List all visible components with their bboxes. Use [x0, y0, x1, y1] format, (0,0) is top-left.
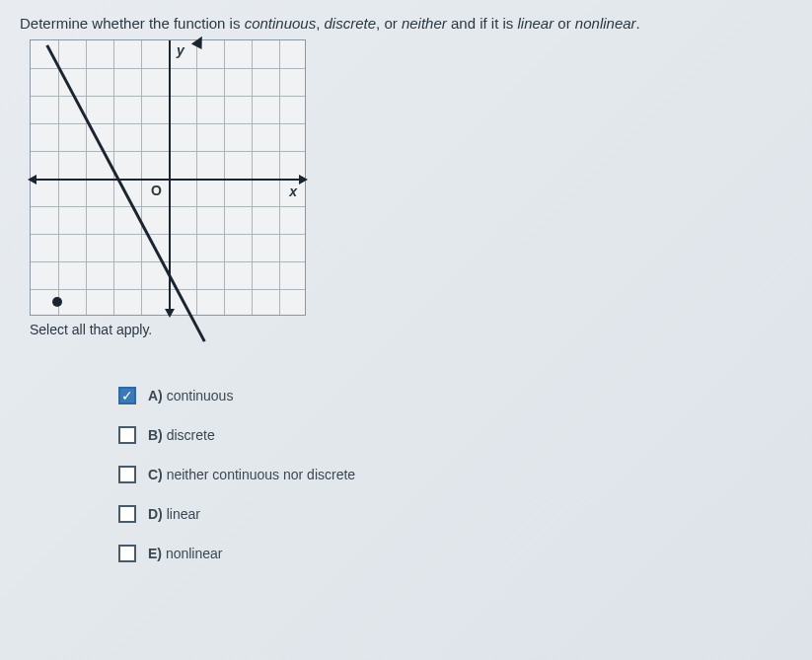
coordinate-graph: y x O [30, 39, 306, 316]
q-word-linear: linear [517, 15, 554, 32]
x-axis [31, 179, 305, 181]
option-d[interactable]: D) linear [118, 505, 792, 523]
grid-line [58, 40, 59, 315]
option-b-text: discrete [167, 427, 215, 443]
option-c-text: neither continuous nor discrete [167, 467, 355, 482]
grid-line [31, 261, 305, 262]
grid-line [31, 234, 305, 235]
x-axis-arrow-right-icon [299, 175, 308, 184]
grid-line [86, 40, 87, 315]
option-a-letter: A) [148, 388, 163, 403]
y-axis-arrow-down-icon [165, 309, 175, 318]
option-e-letter: E) [148, 546, 162, 561]
question-text: Determine whether the function is contin… [20, 15, 792, 32]
option-c-letter: C) [148, 467, 163, 482]
option-a[interactable]: ✓ A) continuous [118, 387, 792, 404]
checkbox-e[interactable] [118, 545, 136, 562]
options-list: ✓ A) continuous B) discrete C) neither c… [118, 387, 792, 562]
grid-line [31, 123, 305, 124]
grid-line [31, 68, 305, 69]
option-e-label: E) nonlinear [148, 546, 223, 561]
option-d-letter: D) [148, 506, 163, 522]
option-e-text: nonlinear [166, 546, 223, 561]
q-word-continuous: continuous [245, 15, 317, 32]
origin-label: O [151, 183, 162, 198]
grid-line [31, 206, 305, 207]
grid-line [31, 151, 305, 152]
grid-line [224, 40, 225, 315]
checkbox-a[interactable]: ✓ [118, 387, 136, 404]
checkmark-icon: ✓ [121, 389, 133, 403]
q-word-discrete: discrete [325, 15, 377, 32]
option-c-label: C) neither continuous nor discrete [148, 467, 355, 482]
y-axis-label: y [177, 42, 185, 58]
checkbox-d[interactable] [118, 505, 136, 523]
option-d-text: linear [167, 506, 200, 522]
grid-line [31, 289, 305, 290]
line-arrow-icon [191, 34, 207, 49]
select-instruction: Select all that apply. [30, 322, 792, 337]
grid-line [196, 40, 197, 315]
q-comma1: , [316, 15, 324, 32]
option-a-label: A) continuous [148, 388, 233, 403]
q-comma3: or [554, 15, 575, 32]
function-line [45, 44, 205, 342]
option-d-label: D) linear [148, 506, 200, 522]
q-suffix: . [636, 15, 640, 32]
grid-line [113, 40, 114, 315]
q-mid: and if it is [447, 15, 518, 32]
checkbox-c[interactable] [118, 466, 136, 483]
option-a-text: continuous [167, 388, 234, 403]
checkbox-b[interactable] [118, 426, 136, 444]
grid-line [141, 40, 142, 315]
grid-line [279, 40, 280, 315]
line-endpoint-icon [52, 297, 62, 307]
option-e[interactable]: E) nonlinear [118, 545, 792, 562]
q-word-nonlinear: nonlinear [575, 15, 636, 32]
q-comma2: , or [376, 15, 402, 32]
option-b-letter: B) [148, 427, 163, 443]
x-axis-label: x [289, 183, 297, 199]
q-word-neither: neither [402, 15, 447, 32]
option-b-label: B) discrete [148, 427, 215, 443]
x-axis-arrow-left-icon [28, 175, 37, 184]
q-prefix: Determine whether the function is [20, 15, 245, 32]
grid-line [252, 40, 253, 315]
option-c[interactable]: C) neither continuous nor discrete [118, 466, 792, 483]
option-b[interactable]: B) discrete [118, 426, 792, 444]
